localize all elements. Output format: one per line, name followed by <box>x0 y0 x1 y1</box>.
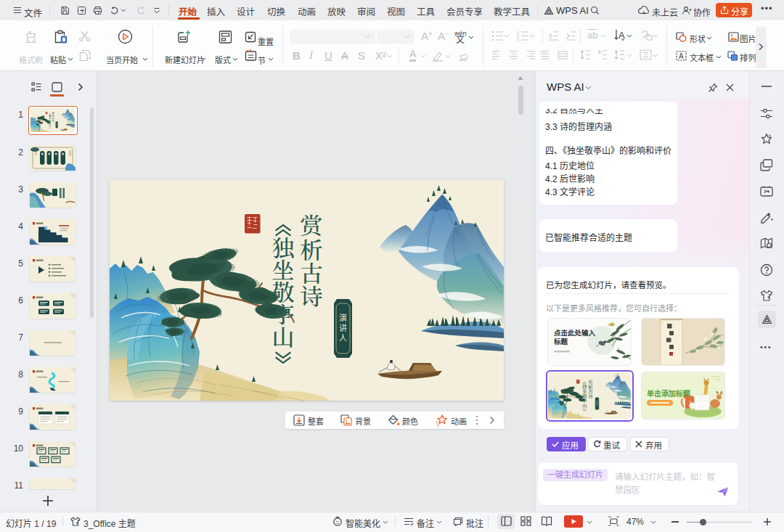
svg-text:人: 人 <box>339 332 347 343</box>
svg-text:标题: 标题 <box>553 336 568 346</box>
svg-text:诗: 诗 <box>300 279 323 311</box>
svg-text:3: 3 <box>517 38 520 42</box>
svg-text:A: A <box>679 52 684 60</box>
svg-text:单击添加标题: 单击添加标题 <box>647 388 691 398</box>
svg-text:山: 山 <box>272 319 295 352</box>
svg-text:文: 文 <box>456 33 465 44</box>
